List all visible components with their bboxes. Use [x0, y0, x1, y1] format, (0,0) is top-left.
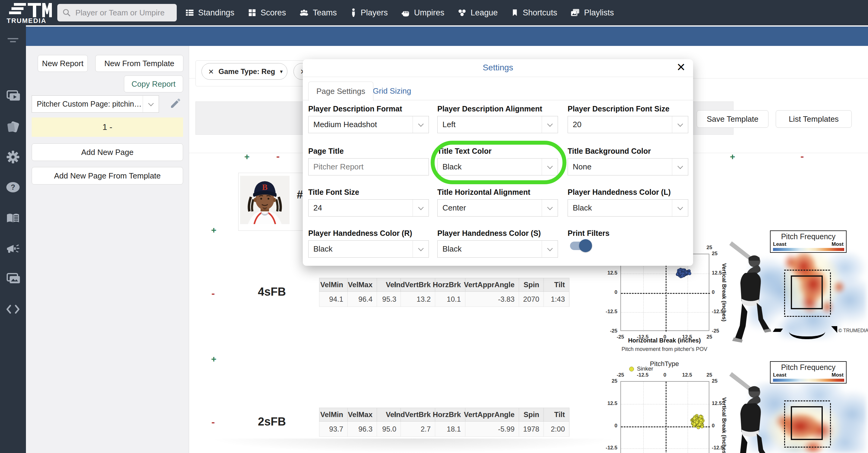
scatter-dot	[681, 272, 684, 275]
scatter-dot	[676, 273, 679, 276]
axis-tick: 12.5	[608, 400, 617, 406]
edit-pencil-icon[interactable]	[169, 97, 182, 109]
save-template-button[interactable]: Save Template	[697, 110, 769, 128]
scatter-dot	[700, 419, 704, 422]
scatter-dot	[697, 421, 700, 425]
report-select[interactable]: Pitcher Custom Page: pitching -...	[32, 95, 159, 113]
table-cell: 2070	[519, 292, 544, 307]
add-row-button[interactable]: +	[211, 354, 217, 364]
scatter-dot	[696, 419, 700, 422]
filter-icon[interactable]	[0, 33, 26, 48]
close-icon[interactable]: ×	[677, 60, 685, 74]
scatter-dot	[696, 418, 699, 421]
axis-tick: 0	[615, 423, 617, 429]
axis-tick: -25	[617, 372, 624, 378]
scatter-dot	[700, 422, 703, 425]
guide-book-icon[interactable]	[0, 210, 26, 226]
field-label: Print Filters	[568, 229, 688, 238]
add-new-page-from-template-button[interactable]: Add New Page From Template	[32, 167, 183, 185]
teams-icon	[299, 8, 309, 17]
title-background-color-select[interactable]: None	[568, 158, 688, 175]
media-gallery-icon[interactable]	[0, 271, 26, 287]
nav-item-league[interactable]: League	[458, 8, 498, 18]
scatter-dot	[683, 273, 686, 276]
title-font-size-select[interactable]: 24	[308, 199, 429, 217]
axis-tick: 12.5	[682, 372, 692, 378]
scatter-dot	[696, 418, 700, 421]
search-input[interactable]	[75, 8, 172, 18]
pitch-movement-plot-2sfb	[620, 381, 709, 453]
scatter-dot	[695, 417, 698, 420]
announcements-megaphone-icon[interactable]	[0, 241, 26, 257]
scatter-dot	[678, 269, 682, 272]
player-description-format-select[interactable]: Medium Headshot	[308, 116, 429, 133]
scatter-dot	[695, 420, 698, 423]
scatter-dot	[682, 269, 685, 272]
field-label: Page Title	[308, 147, 429, 155]
table-header-cell: VertApprAngle	[465, 278, 519, 292]
scale-min-label: Least	[773, 372, 786, 378]
scatter-dot	[698, 418, 701, 421]
copy-report-button[interactable]: Copy Report	[124, 76, 183, 92]
remove-row-button[interactable]: -	[211, 287, 215, 299]
remove-column-button[interactable]: -	[801, 150, 804, 162]
tab-page-settings[interactable]: Page Settings	[308, 82, 373, 101]
remove-row-button[interactable]: -	[211, 416, 215, 428]
y-axis-label: Vertical Break (inches)	[721, 263, 727, 321]
scatter-dot	[700, 421, 703, 425]
player-description-alignment-select[interactable]: Left	[437, 116, 558, 133]
scatter-dot	[692, 418, 696, 422]
add-column-button[interactable]: +	[730, 151, 735, 162]
filter-chip-game-type[interactable]: × Game Type: Reg ▾	[202, 63, 287, 80]
nav-item-shortcuts[interactable]: Shortcuts	[511, 8, 557, 18]
page-row-selected[interactable]: 1 -	[32, 117, 183, 137]
player-description-font-size-select[interactable]: 20	[568, 116, 688, 133]
tab-grid-sizing[interactable]: Grid Sizing	[373, 82, 411, 100]
scatter-dot	[695, 421, 699, 424]
nav-item-scores[interactable]: Scores	[248, 8, 286, 18]
scatter-dot	[680, 275, 683, 278]
scatter-dot	[696, 422, 699, 426]
scatter-dot	[676, 273, 680, 276]
nav-item-playlists[interactable]: Playlists	[570, 8, 614, 18]
remove-column-button[interactable]: -	[276, 150, 280, 162]
player-handedness-color-s-select[interactable]: Black	[437, 240, 558, 258]
nav-item-umpires[interactable]: Umpires	[401, 8, 444, 18]
pitch-section-label: 4sFB	[258, 285, 286, 299]
add-row-button[interactable]: +	[211, 225, 217, 235]
help-icon[interactable]: ?	[0, 179, 26, 195]
player-handedness-color-l-select[interactable]: Black	[568, 199, 688, 217]
scatter-dot	[677, 271, 680, 274]
page-title-input[interactable]	[308, 158, 429, 175]
table-cell: 93.7	[319, 422, 347, 437]
scatter-dot	[696, 418, 699, 421]
title-horizontal-alignment-select[interactable]: Center	[437, 199, 558, 217]
scatter-dot	[684, 270, 687, 273]
global-search[interactable]	[57, 4, 177, 22]
nav-item-standings[interactable]: Standings	[185, 8, 234, 18]
scatter-dot	[695, 421, 699, 424]
scatter-dot	[684, 273, 687, 276]
scatter-dot	[697, 424, 700, 427]
nav-item-players[interactable]: Players	[350, 8, 388, 18]
add-new-page-button[interactable]: Add New Page	[32, 143, 183, 161]
brand-name: TRUMEDIA	[2, 17, 51, 25]
chip-remove-icon[interactable]: ×	[208, 67, 214, 76]
table-cell: 94.1	[319, 292, 347, 307]
scatter-dot	[681, 268, 685, 272]
title-text-color-select[interactable]: Black	[437, 158, 558, 175]
add-column-button[interactable]: +	[244, 151, 250, 162]
new-from-template-button[interactable]: New From Template	[95, 55, 183, 72]
nav-item-teams[interactable]: Teams	[299, 8, 337, 18]
list-templates-button[interactable]: List Templates	[776, 110, 852, 128]
cards-icon[interactable]	[0, 119, 26, 135]
player-handedness-color-r-select[interactable]: Black	[308, 240, 429, 258]
print-filters-toggle[interactable]	[570, 239, 593, 252]
gear-icon[interactable]	[0, 149, 26, 165]
video-playlist-icon[interactable]	[0, 88, 26, 104]
scatter-dot	[696, 417, 700, 420]
scatter-dot	[693, 423, 696, 426]
scatter-dot	[694, 419, 697, 422]
new-report-button[interactable]: New Report	[38, 55, 88, 72]
embed-code-icon[interactable]	[0, 302, 26, 317]
